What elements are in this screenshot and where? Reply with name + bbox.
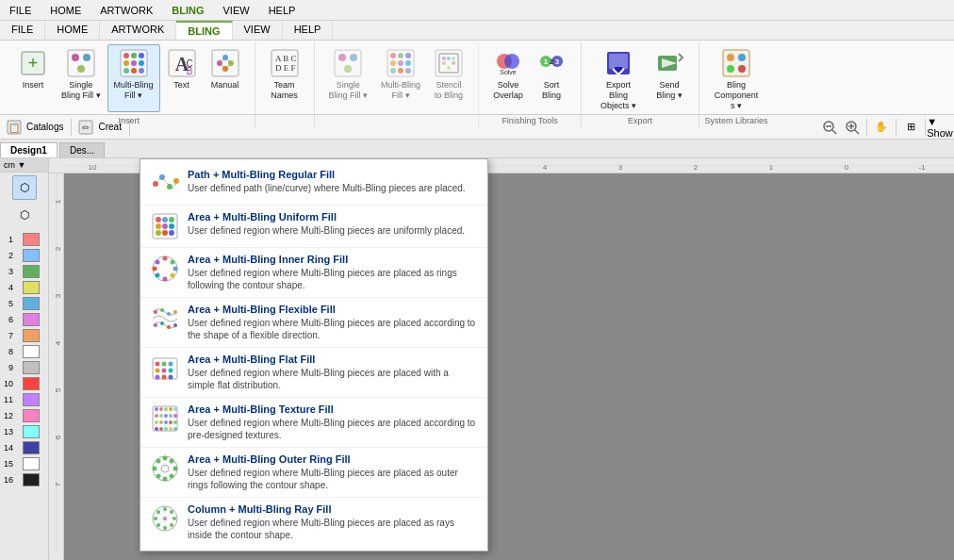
svg-point-105 [156, 217, 161, 222]
svg-text:2: 2 [550, 58, 554, 66]
tab-view[interactable]: VIEW [233, 21, 283, 40]
team-names-button[interactable]: A B C D E F TeamNames [263, 44, 306, 112]
svg-point-130 [173, 323, 177, 327]
zoom-in-btn[interactable] [842, 117, 863, 138]
select-tool[interactable]: ⬡ [12, 175, 37, 200]
svg-point-49 [447, 66, 451, 70]
menu-artwork[interactable]: ARTWORK [90, 3, 162, 18]
svg-point-65 [738, 54, 746, 61]
show-btn[interactable]: ▼ Show [929, 117, 950, 138]
texture-desc: User defined region where Multi-Bling pi… [188, 417, 478, 441]
manual-button[interactable]: Manual [204, 44, 247, 112]
team-names-icon: A B C D E F [270, 48, 300, 78]
menu-bar: FILE HOME ARTWORK BLING VIEW HELP [0, 0, 954, 21]
dropdown-item-area-uniform[interactable]: Area + Multi-Bling Uniform Fill User def… [140, 206, 487, 248]
color-item-12[interactable]: 12 [2, 408, 46, 423]
dropdown-item-path-regular[interactable]: Path + Multi-Bling Regular Fill User def… [140, 163, 487, 206]
stencil-label: Stencilto Bling [435, 80, 463, 101]
menu-help[interactable]: HELP [259, 3, 305, 18]
dropdown-item-inner-ring[interactable]: Area + Multi-Bling Inner Ring Fill User … [140, 248, 487, 298]
flexible-text: Area + Multi-Bling Flexible Fill User de… [188, 304, 478, 341]
menu-bling[interactable]: BLING [162, 3, 213, 18]
multi-bling-fill2-button[interactable]: Multi-BlingFill ▾ [374, 44, 427, 112]
zoom-out-btn[interactable] [819, 117, 840, 138]
sort-bling-button[interactable]: 1 2 3 SortBling [530, 44, 573, 112]
color-item-3[interactable]: 3 [2, 264, 46, 279]
ribbon-group-fills: SingleBling Fill ▾ [315, 42, 480, 127]
color-item-5[interactable]: 5 [2, 296, 46, 311]
doc-tab-des[interactable]: Des... [59, 142, 105, 157]
color-item-10[interactable]: 10 [2, 376, 46, 391]
svg-point-110 [169, 223, 174, 229]
text-button[interactable]: A B C Text [160, 44, 204, 112]
single-bling-fill2-button[interactable]: SingleBling Fill ▾ [322, 44, 375, 112]
svg-rect-59 [609, 54, 628, 69]
ribbon-group-team: A B C D E F TeamNames [255, 42, 315, 127]
color-item-8[interactable]: 8 [2, 344, 46, 359]
svg-point-192 [163, 517, 167, 520]
components-label: BlingComponents ▾ [714, 80, 759, 110]
menu-file[interactable]: FILE [0, 3, 41, 18]
color-item-11[interactable]: 11 [2, 392, 46, 407]
tool-group: ⬡ ⬡ [0, 173, 48, 230]
color-item-15[interactable]: 15 [2, 456, 46, 471]
doc-tab-design1[interactable]: Design1 [0, 142, 58, 157]
path-regular-icon [150, 169, 180, 199]
svg-point-126 [173, 310, 177, 314]
dropdown-item-flexible[interactable]: Area + Multi-Bling Flexible Fill User de… [140, 298, 487, 348]
svg-point-112 [162, 230, 168, 236]
pan-btn[interactable]: ✋ [871, 117, 892, 138]
multi-bling-fill-button[interactable]: Multi-BlingFill ▾ [107, 44, 160, 112]
color-item-13[interactable]: 13 [2, 424, 46, 439]
svg-point-15 [139, 68, 144, 74]
tab-bling[interactable]: BLING [176, 21, 232, 40]
tab-home[interactable]: HOME [45, 21, 100, 40]
dropdown-item-texture[interactable]: Area + Multi-Bling Texture Fill User def… [140, 398, 487, 448]
tab-help[interactable]: HELP [283, 21, 334, 40]
stencil-to-bling-button[interactable]: Stencilto Bling [427, 44, 470, 112]
menu-home[interactable]: HOME [41, 3, 90, 18]
solve-overlap-button[interactable]: Solve SolveOverlap [486, 44, 530, 112]
dropdown-item-outer-ring[interactable]: Area + Multi-Bling Outer Ring Fill User … [140, 448, 487, 498]
insert-button[interactable]: + Insert [11, 44, 55, 112]
svg-text:7: 7 [54, 482, 62, 486]
text-label: Text [173, 80, 189, 91]
color-item-2[interactable]: 2 [2, 248, 46, 263]
svg-point-47 [442, 61, 446, 65]
path-regular-title: Path + Multi-Bling Regular Fill [188, 169, 466, 180]
multi-bling2-icon [386, 48, 416, 78]
unit-selector[interactable]: cm ▼ [0, 158, 48, 173]
color-item-6[interactable]: 6 [2, 312, 46, 327]
svg-point-67 [738, 65, 746, 73]
svg-point-113 [169, 230, 174, 236]
select-tool2[interactable]: ⬡ [12, 203, 37, 227]
color-item-1[interactable]: 1 [2, 232, 46, 247]
color-item-16[interactable]: 16 [2, 472, 46, 487]
dropdown-item-ray[interactable]: Column + Multi-Bling Ray Fill User defin… [140, 498, 487, 547]
inner-ring-desc: User defined region where Multi-Bling pi… [188, 267, 478, 291]
color-item-9[interactable]: 9 [2, 360, 46, 375]
color-item-7[interactable]: 7 [2, 328, 46, 343]
export-bling-objects-button[interactable]: Export BlingObjects ▾ [589, 44, 648, 112]
grid-btn[interactable]: ⊞ [900, 117, 921, 138]
multi-bling-label: Multi-BlingFill ▾ [114, 80, 154, 101]
ray-desc: User defined region where Multi-Bling pi… [188, 517, 478, 541]
ray-title: Column + Multi-Bling Ray Fill [188, 503, 478, 515]
tab-file[interactable]: FILE [0, 21, 45, 40]
send-bling-button[interactable]: SendBling ▾ [648, 44, 691, 112]
svg-point-156 [159, 420, 163, 424]
svg-text:4: 4 [54, 340, 62, 345]
single-bling-fill-button[interactable]: SingleBling Fill ▾ [55, 44, 107, 112]
svg-point-140 [169, 375, 173, 380]
svg-point-111 [156, 230, 161, 236]
svg-point-172 [153, 467, 157, 471]
ruler-vertical: 1 2 3 4 5 6 7 [49, 173, 64, 560]
color-item-14[interactable]: 14 [2, 440, 46, 455]
canvas-area[interactable]: -1 0 1 2 3 4 5 6 7 8 9 10 1 [49, 158, 954, 560]
color-item-4[interactable]: 4 [2, 280, 46, 295]
dropdown-item-flat[interactable]: Area + Multi-Bling Flat Fill User define… [140, 348, 487, 398]
menu-view[interactable]: VIEW [214, 3, 259, 18]
bling-components-button[interactable]: BlingComponents ▾ [707, 44, 765, 112]
sep5 [925, 119, 926, 136]
tab-artwork[interactable]: ARTWORK [100, 21, 176, 40]
